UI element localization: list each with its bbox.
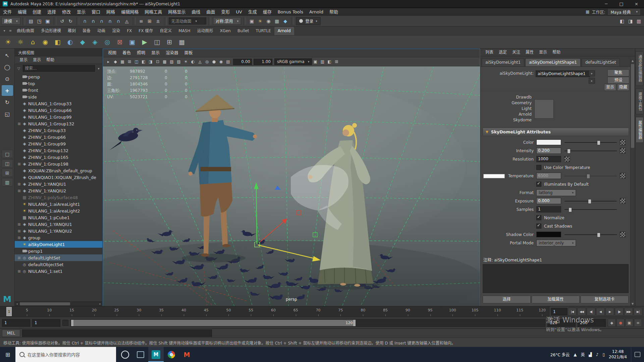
expand-toggle[interactable]: ⊞ bbox=[17, 162, 21, 166]
symmetry-selector[interactable]: 对称:禁用▾ bbox=[213, 17, 241, 25]
expand-toggle[interactable]: ⊞ bbox=[17, 236, 21, 240]
menu-item[interactable]: 网格 bbox=[103, 8, 118, 16]
render-view-icon[interactable]: ◆ bbox=[281, 17, 289, 25]
presets-button[interactable]: 预设 bbox=[607, 77, 629, 84]
arnold-tx-manager-icon[interactable]: ⊠ bbox=[114, 37, 125, 47]
viewport-toolbar-icon[interactable]: ▦ bbox=[119, 58, 126, 65]
workspace-selector[interactable]: Maya 经典 ▾ bbox=[607, 8, 641, 15]
menu-item[interactable]: 显示 bbox=[74, 8, 89, 16]
playhead[interactable]: 1 bbox=[6, 307, 12, 316]
render-settings-icon[interactable]: ◉ bbox=[265, 17, 272, 25]
undo-icon[interactable]: ↺ bbox=[58, 17, 66, 25]
shelf-tab[interactable]: TURTLE bbox=[253, 27, 274, 35]
toggle-bottom-panel-icon[interactable]: ▥ bbox=[635, 17, 643, 25]
shelf-tab[interactable]: XGen bbox=[216, 27, 234, 35]
rotate-tool[interactable]: ↻ bbox=[2, 97, 13, 108]
focus-button[interactable]: 聚焦 bbox=[607, 69, 629, 76]
start-button[interactable]: ⊞ bbox=[0, 347, 15, 362]
layout-two-pane[interactable]: ◫ bbox=[2, 159, 13, 168]
redo-icon[interactable]: ↻ bbox=[67, 17, 74, 25]
frame-tick-45[interactable]: 45 bbox=[204, 308, 209, 312]
ime-indicator[interactable]: 英 bbox=[581, 352, 585, 357]
arnold-render-view-icon[interactable]: ◫ bbox=[152, 37, 162, 47]
viewport-toolbar-icon[interactable]: ▣ bbox=[312, 58, 319, 65]
frame-tick-110[interactable]: 110 bbox=[494, 308, 501, 312]
outliner-item[interactable]: ⊞ ◈ NIULANG_1:YANQIU1 bbox=[15, 221, 102, 228]
minimize-button[interactable]: ─ bbox=[599, 0, 614, 8]
playback-button[interactable]: ◀ bbox=[596, 308, 605, 316]
outliner-item[interactable]: ◎ defaultObjectSet bbox=[15, 261, 102, 268]
texture-map-button[interactable] bbox=[620, 198, 626, 204]
volume-icon[interactable]: ♪ bbox=[596, 352, 599, 357]
anim-menu-icon[interactable]: ≡ bbox=[634, 319, 642, 327]
arnold-photometric-light-icon[interactable]: ◉ bbox=[40, 37, 51, 47]
frame-tick-30[interactable]: 30 bbox=[137, 308, 141, 312]
shelf-tab[interactable]: Arnold bbox=[274, 27, 294, 35]
tray-expand-icon[interactable]: ▲ bbox=[574, 352, 577, 357]
open-scene-icon[interactable]: ◳ bbox=[36, 17, 43, 25]
viewport-toolbar-icon[interactable]: ▧ bbox=[175, 58, 182, 65]
layout-four-pane[interactable]: ⊞ bbox=[2, 169, 13, 177]
sidebar-vertical-tab[interactable]: 建模工具包 bbox=[636, 88, 644, 114]
menu-item[interactable]: 生成 bbox=[245, 8, 260, 16]
range-track[interactable]: 120 bbox=[70, 319, 545, 327]
texture-map-button[interactable] bbox=[620, 232, 626, 237]
outliner-horizontal-scrollbar[interactable]: ◂ ▸ bbox=[15, 301, 102, 306]
outliner-item[interactable]: side bbox=[15, 94, 102, 100]
filter-icon[interactable]: ▽ bbox=[16, 66, 21, 71]
snap-grid-icon[interactable]: ∩ bbox=[81, 17, 89, 25]
red-m-app-icon[interactable]: M bbox=[179, 347, 195, 362]
outliner-item[interactable]: ☀ NIULANG_1:aiAreaLight1 bbox=[15, 201, 102, 207]
menu-item[interactable]: 窗口 bbox=[89, 8, 103, 16]
select-tool[interactable]: ↖ bbox=[2, 50, 13, 61]
frame-tick-80[interactable]: 80 bbox=[361, 308, 365, 312]
hypershade-icon[interactable]: ▦ bbox=[273, 17, 281, 25]
weather-widget[interactable]: 26°C 多云 bbox=[550, 352, 570, 357]
live-surface-field[interactable]: 无活动曲面▾ bbox=[169, 17, 206, 24]
frame-tick-105[interactable]: 105 bbox=[472, 308, 479, 312]
outliner-item[interactable]: ◈ QUANQIAO1:XIQUAN_ZBrush_de bbox=[15, 174, 102, 181]
outliner-item[interactable]: ⊞ ◎ defaultLightSet bbox=[15, 254, 102, 261]
arnold-mesh-light-icon[interactable]: ⌂ bbox=[28, 37, 38, 47]
menu-item[interactable]: 缓存 bbox=[260, 8, 275, 16]
snap-curve-icon[interactable]: ∩ bbox=[90, 17, 97, 25]
node-preview-swatch[interactable] bbox=[534, 99, 554, 119]
node-tab[interactable]: defaultLightSet bbox=[582, 58, 620, 66]
outliner-item[interactable]: ☀ aiSkyDomeLight1 bbox=[15, 241, 102, 248]
anim-prefs-icon[interactable]: ▣ bbox=[625, 319, 633, 327]
view-transform-selector[interactable]: sRGB gamma▾ bbox=[274, 58, 312, 65]
arnold-area-light-icon[interactable]: ☀ bbox=[3, 37, 13, 47]
scrollbar-thumb[interactable] bbox=[631, 64, 634, 148]
menu-item[interactable]: 修改 bbox=[59, 8, 74, 16]
shelf-tab[interactable]: FX 缓存 bbox=[135, 27, 156, 35]
expand-toggle[interactable]: ⊞ bbox=[17, 122, 21, 126]
attribute-slider[interactable] bbox=[565, 207, 617, 212]
attribute-checkbox[interactable] bbox=[536, 165, 541, 170]
menu-item[interactable]: 曲面 bbox=[203, 8, 218, 16]
frame-tick-15[interactable]: 15 bbox=[69, 308, 74, 312]
login-button[interactable]: 登录▾ bbox=[296, 17, 321, 25]
frame-tick-70[interactable]: 70 bbox=[316, 308, 321, 312]
arnold-ipr-icon[interactable]: ▶ bbox=[139, 37, 150, 47]
pin-icon[interactable]: ▸ bbox=[589, 70, 595, 76]
outliner-item[interactable]: ▦ ZHINV_1:polySurface48 bbox=[15, 194, 102, 201]
outliner-item[interactable]: persp bbox=[15, 73, 102, 80]
close-button[interactable]: × bbox=[629, 0, 644, 8]
viewport-toolbar-icon[interactable]: ⊞ bbox=[333, 58, 340, 65]
outliner-menu-item[interactable]: 帮助 bbox=[44, 56, 57, 64]
shelf-tab[interactable]: MASH bbox=[175, 27, 194, 35]
range-end-handle[interactable] bbox=[353, 320, 356, 326]
layout-single-pane[interactable]: □ bbox=[2, 150, 13, 158]
shelf-options-icon[interactable]: ≡ bbox=[7, 26, 13, 35]
menu-item[interactable]: 创建 bbox=[30, 8, 44, 16]
frame-tick-65[interactable]: 65 bbox=[293, 308, 298, 312]
animation-start-field[interactable]: 1 bbox=[2, 319, 30, 327]
outliner-item[interactable]: ◈ NIULANG_1:Group66 bbox=[15, 107, 102, 114]
arnold-skydome-light-icon[interactable]: ☼ bbox=[15, 37, 26, 47]
workspace-icon[interactable]: ▦ bbox=[586, 9, 589, 14]
select-button[interactable]: 选择 bbox=[483, 296, 531, 303]
outliner-item[interactable]: top bbox=[15, 80, 102, 87]
viewport-menu-item[interactable]: 着色 bbox=[119, 49, 134, 57]
attribute-field[interactable]: 6500 bbox=[536, 173, 561, 179]
time-ticks[interactable]: 5101520253035404550556065707580859095100… bbox=[0, 306, 549, 317]
